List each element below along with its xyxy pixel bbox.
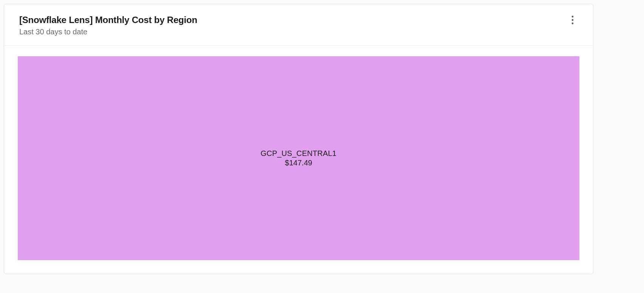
svg-point-0 [572, 16, 574, 18]
card-subtitle: Last 30 days to date [19, 28, 197, 36]
kebab-menu-button[interactable] [567, 15, 578, 25]
svg-point-1 [572, 19, 574, 21]
card-header: [Snowflake Lens] Monthly Cost by Region … [4, 4, 593, 46]
tile-value: $147.49 [285, 159, 312, 167]
treemap-tile[interactable]: GCP_US_CENTRAL1 $147.49 [18, 56, 579, 260]
card-body: GCP_US_CENTRAL1 $147.49 [4, 46, 593, 274]
svg-point-2 [572, 23, 574, 25]
card-title: [Snowflake Lens] Monthly Cost by Region [19, 15, 197, 25]
treemap-chart: GCP_US_CENTRAL1 $147.49 [18, 56, 579, 260]
tile-label: GCP_US_CENTRAL1 [261, 149, 337, 158]
header-text: [Snowflake Lens] Monthly Cost by Region … [19, 15, 197, 36]
cost-by-region-card: [Snowflake Lens] Monthly Cost by Region … [4, 4, 593, 274]
more-vertical-icon [571, 15, 574, 25]
